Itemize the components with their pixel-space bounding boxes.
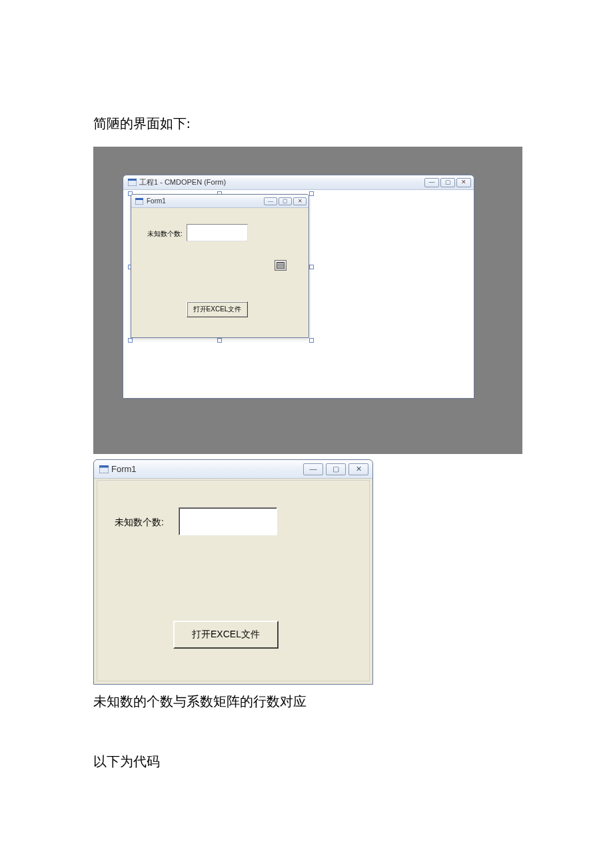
maximize-icon: ▢ [332, 465, 339, 473]
unknown-count-textbox[interactable] [187, 224, 248, 241]
project-title: 工程1 - CMDOPEN (Form) [139, 177, 226, 187]
runtime-client: 未知数个数: 打开EXCEL文件 [97, 480, 370, 681]
inner-form-title: Form1 [147, 197, 166, 205]
runtime-form-title: Form1 [111, 464, 137, 474]
form-icon [135, 197, 144, 205]
minimize-icon: — [268, 199, 273, 204]
maximize-button[interactable]: ▢ [279, 197, 292, 205]
runtime-form-screenshot: Form1 — ▢ ✕ 未知数个数: 打开EXCEL文件 [93, 459, 373, 685]
close-button[interactable]: ✕ [456, 178, 471, 187]
code-follows-text: 以下为代码 [93, 751, 520, 771]
open-excel-button-label: 打开EXCEL文件 [192, 629, 260, 641]
open-excel-button[interactable]: 打开EXCEL文件 [187, 301, 248, 317]
close-icon: ✕ [298, 199, 303, 204]
project-titlebar: 工程1 - CMDOPEN (Form) — ▢ ✕ [123, 175, 474, 190]
minimize-icon: — [310, 465, 317, 473]
selection-handle[interactable] [217, 338, 222, 343]
project-window-controls: — ▢ ✕ [424, 178, 471, 187]
maximize-icon: ▢ [445, 179, 451, 185]
inner-window-controls: — ▢ ✕ [264, 197, 306, 205]
minimize-button[interactable]: — [303, 463, 323, 475]
open-excel-button[interactable]: 打开EXCEL文件 [173, 621, 279, 649]
minimize-icon: — [429, 179, 435, 185]
unknown-count-label: 未知数个数: [115, 517, 164, 529]
close-button[interactable]: ✕ [348, 463, 368, 475]
close-button[interactable]: ✕ [293, 197, 306, 205]
form-icon [99, 465, 109, 473]
maximize-icon: ▢ [283, 199, 288, 204]
inner-form-client: 未知数个数: 打开EXCEL文件 [132, 208, 308, 337]
minimize-button[interactable]: — [424, 178, 439, 187]
selection-handle[interactable] [128, 338, 133, 343]
correspondence-note: 未知数的个数与系数矩阵的行数对应 [93, 691, 520, 711]
selection-handle[interactable] [309, 265, 314, 269]
form-icon [127, 179, 137, 187]
intro-text: 简陋的界面如下: [93, 113, 520, 133]
inner-form-design[interactable]: Form1 — ▢ ✕ 未知数个数: 打开EXCEL文件 [131, 194, 309, 338]
inner-form-titlebar: Form1 — ▢ ✕ [131, 195, 308, 208]
minimize-button[interactable]: — [264, 197, 277, 205]
runtime-titlebar: Form1 — ▢ ✕ [94, 460, 372, 479]
unknown-count-textbox[interactable] [179, 507, 277, 535]
svg-rect-3 [135, 198, 143, 200]
common-dialog-icon[interactable] [275, 260, 287, 271]
maximize-button[interactable]: ▢ [326, 463, 346, 475]
close-icon: ✕ [461, 179, 466, 185]
project-window: 工程1 - CMDOPEN (Form) — ▢ ✕ [123, 175, 474, 399]
maximize-button[interactable]: ▢ [440, 178, 455, 187]
vb-designer-screenshot: 工程1 - CMDOPEN (Form) — ▢ ✕ [93, 147, 522, 454]
selection-handle[interactable] [309, 338, 314, 343]
close-icon: ✕ [356, 465, 362, 473]
svg-rect-5 [99, 465, 109, 468]
svg-rect-1 [128, 179, 137, 181]
open-excel-button-label: 打开EXCEL文件 [193, 305, 242, 314]
selection-handle[interactable] [309, 191, 314, 196]
unknown-count-label: 未知数个数: [147, 229, 183, 239]
